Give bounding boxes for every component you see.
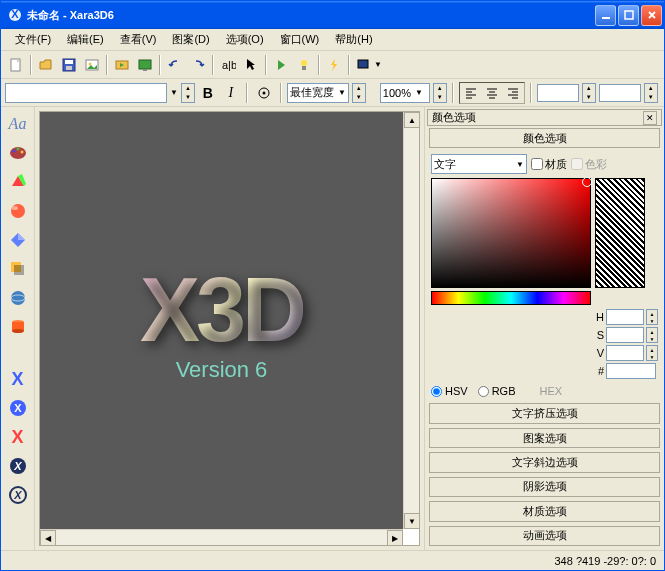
svg-text:X: X bbox=[13, 460, 22, 472]
new-button[interactable] bbox=[5, 54, 27, 76]
hue-strip[interactable] bbox=[431, 291, 591, 305]
s-spin[interactable]: ▲▼ bbox=[646, 327, 658, 343]
zoom-spin[interactable]: ▲▼ bbox=[433, 83, 447, 103]
anim-options-button[interactable]: 动画选项 bbox=[429, 526, 660, 546]
bevel-options-button[interactable]: 文字斜边选项 bbox=[429, 452, 660, 472]
color-checkbox-label[interactable]: 色彩 bbox=[571, 157, 607, 172]
align-right-button[interactable] bbox=[503, 84, 523, 102]
dropdown-arrow-icon[interactable]: ▼ bbox=[374, 60, 382, 69]
close-button[interactable] bbox=[641, 5, 662, 26]
value-spin-2[interactable]: ▲▼ bbox=[644, 83, 658, 103]
panel-close-button[interactable]: ✕ bbox=[643, 111, 657, 125]
scrollbar-vertical[interactable]: ▲▼ bbox=[403, 112, 419, 529]
export-image-button[interactable] bbox=[81, 54, 103, 76]
s-input[interactable] bbox=[606, 327, 644, 343]
hex-radio-label[interactable]: HEX bbox=[525, 385, 562, 397]
text-style-tool[interactable]: Aa bbox=[5, 111, 31, 137]
shadow-tool[interactable] bbox=[5, 256, 31, 282]
cursor-button[interactable] bbox=[240, 54, 262, 76]
main-area: Aa X X X X X X3D Version 6 ▲▼ ◀▶ bbox=[1, 107, 664, 550]
save-button[interactable] bbox=[58, 54, 80, 76]
x-red-tool[interactable]: X bbox=[5, 424, 31, 450]
svg-point-27 bbox=[11, 291, 25, 305]
shadow-options-button[interactable]: 阴影选项 bbox=[429, 477, 660, 497]
design-options-button[interactable]: 图案选项 bbox=[429, 428, 660, 448]
rgb-radio[interactable] bbox=[478, 386, 489, 397]
text-button[interactable]: a|b bbox=[217, 54, 239, 76]
sv-gradient[interactable] bbox=[431, 178, 591, 288]
h-input[interactable] bbox=[606, 309, 644, 325]
material-checkbox-label[interactable]: 材质 bbox=[531, 157, 567, 172]
undo-button[interactable] bbox=[164, 54, 186, 76]
align-left-button[interactable] bbox=[461, 84, 481, 102]
version-text: Version 6 bbox=[176, 357, 268, 383]
width-spin[interactable]: ▲▼ bbox=[352, 83, 366, 103]
menu-help[interactable]: 帮助(H) bbox=[327, 30, 380, 49]
v-input[interactable] bbox=[606, 345, 644, 361]
svg-point-21 bbox=[16, 148, 19, 151]
value-box-1[interactable] bbox=[537, 84, 579, 102]
tool-sidebar: Aa X X X X X bbox=[1, 107, 35, 550]
cylinder-tool[interactable] bbox=[5, 314, 31, 340]
align-center-button[interactable] bbox=[482, 84, 502, 102]
color-target-select[interactable]: 文字▼ bbox=[431, 154, 527, 174]
play-button[interactable] bbox=[270, 54, 292, 76]
maximize-button[interactable] bbox=[618, 5, 639, 26]
canvas[interactable]: X3D Version 6 bbox=[40, 112, 403, 529]
bold-button[interactable]: B bbox=[198, 83, 218, 103]
scrollbar-horizontal[interactable]: ◀▶ bbox=[40, 529, 403, 545]
font-spin[interactable]: ▲▼ bbox=[181, 83, 195, 103]
font-combo[interactable] bbox=[5, 83, 167, 103]
color-target-value: 文字 bbox=[434, 157, 456, 172]
lightning-button[interactable] bbox=[323, 54, 345, 76]
menu-edit[interactable]: 编辑(E) bbox=[59, 30, 112, 49]
light-button[interactable] bbox=[293, 54, 315, 76]
x-outline-tool[interactable]: X bbox=[5, 482, 31, 508]
menu-file[interactable]: 文件(F) bbox=[7, 30, 59, 49]
h-spin[interactable]: ▲▼ bbox=[646, 309, 658, 325]
color-section-button[interactable]: 颜色选项 bbox=[429, 128, 660, 148]
material-tool[interactable] bbox=[5, 285, 31, 311]
value-box-2[interactable] bbox=[599, 84, 641, 102]
x-circle-tool[interactable]: X bbox=[5, 395, 31, 421]
display-button[interactable] bbox=[353, 54, 375, 76]
zoom-select[interactable]: 100%▼ bbox=[380, 83, 430, 103]
menu-design[interactable]: 图案(D) bbox=[164, 30, 217, 49]
svg-rect-12 bbox=[143, 69, 147, 71]
redo-button[interactable] bbox=[187, 54, 209, 76]
italic-button[interactable]: I bbox=[221, 83, 241, 103]
extrude-options-button[interactable]: 文字挤压选项 bbox=[429, 403, 660, 423]
separator bbox=[30, 55, 32, 75]
dropdown-arrow-icon[interactable]: ▼ bbox=[170, 88, 178, 97]
separator bbox=[530, 83, 532, 103]
sphere-tool[interactable] bbox=[5, 198, 31, 224]
svg-rect-15 bbox=[302, 66, 306, 70]
material-checkbox[interactable] bbox=[531, 158, 543, 170]
screensaver-button[interactable] bbox=[134, 54, 156, 76]
separator bbox=[106, 55, 108, 75]
palette-tool[interactable] bbox=[5, 140, 31, 166]
hsv-radio-label[interactable]: HSV bbox=[431, 385, 468, 397]
hex-input[interactable] bbox=[606, 363, 656, 379]
svg-point-24 bbox=[12, 206, 18, 210]
width-mode-select[interactable]: 最佳宽度▼ bbox=[287, 83, 349, 103]
extrude-tool[interactable] bbox=[5, 169, 31, 195]
v-spin[interactable]: ▲▼ bbox=[646, 345, 658, 361]
hsv-radio[interactable] bbox=[431, 386, 442, 397]
rgb-radio-label[interactable]: RGB bbox=[478, 385, 516, 397]
minimize-button[interactable] bbox=[595, 5, 616, 26]
menu-view[interactable]: 查看(V) bbox=[112, 30, 165, 49]
value-spin-1[interactable]: ▲▼ bbox=[582, 83, 596, 103]
menu-options[interactable]: 选项(O) bbox=[218, 30, 272, 49]
menu-window[interactable]: 窗口(W) bbox=[272, 30, 328, 49]
svg-rect-26 bbox=[14, 265, 24, 275]
open-button[interactable] bbox=[35, 54, 57, 76]
export-anim-button[interactable] bbox=[111, 54, 133, 76]
baseline-button[interactable] bbox=[253, 82, 275, 104]
x-navy-tool[interactable]: X bbox=[5, 453, 31, 479]
app-icon: X bbox=[7, 7, 23, 23]
bevel-tool[interactable] bbox=[5, 227, 31, 253]
x-blue-tool[interactable]: X bbox=[5, 366, 31, 392]
material-options-button[interactable]: 材质选项 bbox=[429, 501, 660, 521]
hsv-inputs: H▲▼ S▲▼ V▲▼ # bbox=[594, 309, 658, 379]
